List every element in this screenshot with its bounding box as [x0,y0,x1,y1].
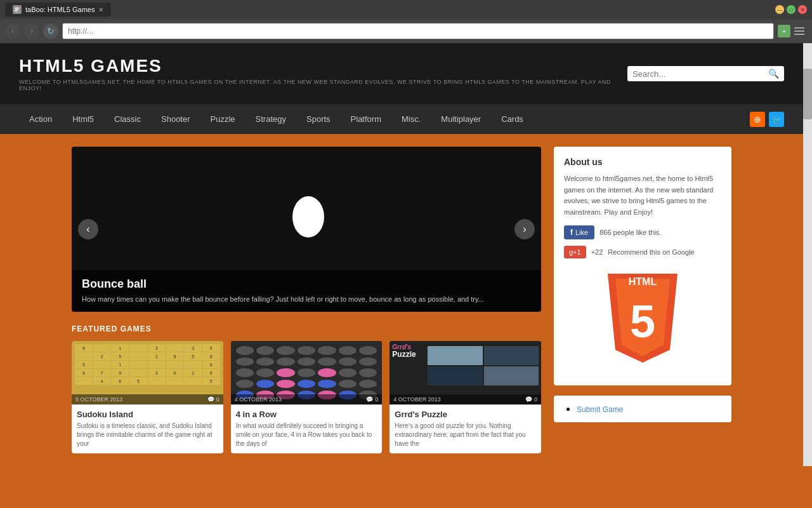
restore-button[interactable]: □ [787,5,796,14]
game-date-4row: 4 OCTOBER 2013 [235,396,282,403]
game-desc-sudoku: Sudoku is a timeless classic, and Sudoku… [77,422,218,448]
submit-game-link[interactable]: Submit Game [577,405,623,414]
facebook-icon: f [570,228,573,237]
nav-item-multiplayer[interactable]: Multiplayer [431,104,491,134]
scrollbar-thumb[interactable] [803,69,812,119]
games-grid: // Render sudoku grid placeholder 8 1 3 [72,341,541,453]
ball-game-visual [292,196,324,237]
extension-icon[interactable]: + [778,25,790,37]
game-thumb-sudoku: // Render sudoku grid placeholder 8 1 3 [72,341,223,404]
nav-item-sports[interactable]: Sports [296,104,341,134]
header-branding: HTML5 GAMES WELCOME TO HTML5GAMES.NET, T… [19,56,627,91]
nav-item-strategy[interactable]: Strategy [246,104,296,134]
site-header: HTML5 GAMES WELCOME TO HTML5GAMES.NET, T… [0,43,803,104]
game-info-4row: 4 in a Row In what would definitely succ… [231,404,383,453]
game-desc-puzzle: Here's a good old puzzle for you. Nothin… [395,422,536,448]
search-button[interactable]: 🔍 [768,69,779,79]
game-name-puzzle: Grrd's Puzzle [395,410,536,419]
slider-title: Bounce ball [82,277,531,291]
game-name-4row: 4 in a Row [236,410,377,419]
refresh-button[interactable]: ↻ [43,23,58,39]
facebook-like-box: f Like 866 people like this. [564,225,721,239]
tab-favicon: 🎲 [13,5,22,14]
slider-description: How many times can you make the ball bou… [82,295,531,304]
game-card-puzzle[interactable]: Grrd's Puzzle 4 OCTOBER 2013 [390,341,541,453]
browser-toolbar: ‹ › ↻ + [0,19,812,43]
forward-button[interactable]: › [24,23,39,39]
game-comments-puzzle: 💬 0 [525,396,537,403]
main-content: ‹ › Bounce ball How many times can you m… [53,134,750,466]
game-name-sudoku: Sudoku Island [77,410,218,419]
sidebar: About us Welcome to html5games.net, the … [554,147,731,453]
content-left: ‹ › Bounce ball How many times can you m… [72,147,541,453]
game-comments-sudoku: 💬 0 [207,396,219,403]
game-info-puzzle: Grrd's Puzzle Here's a good old puzzle f… [390,404,541,453]
site-title: HTML5 GAMES [19,56,627,76]
game-info-sudoku: Sudoku Island Sudoku is a timeless class… [72,404,223,453]
gplus-text: Recommend this on Google [608,248,694,256]
browser-menu-button[interactable] [794,25,807,37]
game-meta-puzzle: 4 OCTOBER 2013 💬 0 [390,394,541,404]
window-controls: — □ ✕ [775,5,807,14]
svg-text:HTML: HTML [629,276,657,287]
nav-item-cards[interactable]: Cards [491,104,534,134]
html5-shield: HTML 5 [601,274,684,369]
game-card-4row[interactable]: 4 OCTOBER 2013 💬 0 4 in a Row In what wo… [231,341,383,453]
rss-icon[interactable]: ⊕ [750,112,765,127]
nav-social-icons: ⊕ 🐦 [750,112,784,127]
site-navigation: Action Html5 Classic Shooter Puzzle Stra… [0,104,803,134]
game-thumb-puzzle: Grrd's Puzzle 4 OCTOBER 2013 [390,341,541,404]
active-tab[interactable]: 🎲 taBoo: HTML5 Games ✕ [5,3,111,17]
facebook-count: 866 people like this. [599,229,661,236]
nav-item-misc[interactable]: Misc. [391,104,431,134]
scrollbar[interactable] [803,43,812,466]
svg-text:5: 5 [630,296,655,347]
gplus-button[interactable]: g+1 [564,246,586,258]
nav-item-classic[interactable]: Classic [104,104,151,134]
twitter-icon[interactable]: 🐦 [769,112,784,127]
about-title: About us [564,157,721,167]
nav-item-shooter[interactable]: Shooter [151,104,200,134]
submit-list: Submit Game [564,403,721,415]
tab-close-button[interactable]: ✕ [98,6,103,13]
gplus-box: g+1 +22 Recommend this on Google [564,246,721,258]
game-desc-4row: In what would definitely succeed in brin… [236,422,377,448]
submit-box: Submit Game [554,396,731,422]
nav-item-platform[interactable]: Platform [341,104,391,134]
nav-item-puzzle[interactable]: Puzzle [200,104,246,134]
minimize-button[interactable]: — [775,5,784,14]
game-date-puzzle: 4 OCTOBER 2013 [393,396,440,403]
slider-caption: Bounce ball How many times can you make … [72,270,541,312]
search-input[interactable] [632,69,768,79]
site-wrapper: HTML5 GAMES WELCOME TO HTML5GAMES.NET, T… [0,43,803,466]
about-box: About us Welcome to html5games.net, the … [554,147,731,385]
browser-titlebar: 🎲 taBoo: HTML5 Games ✕ — □ ✕ [0,0,812,19]
site-tagline: WELCOME TO HTML5GAMES.NET, THE HOME TO H… [19,79,627,91]
game-meta-sudoku: 5 OCTOBER 2013 💬 0 [72,394,223,404]
page-wrapper: HTML5 GAMES WELCOME TO HTML5GAMES.NET, T… [0,43,812,466]
facebook-like-button[interactable]: f Like [564,225,594,239]
game-thumb-4row: 4 OCTOBER 2013 💬 0 [231,341,383,404]
game-card-sudoku[interactable]: // Render sudoku grid placeholder 8 1 3 [72,341,223,453]
close-button[interactable]: ✕ [798,5,807,14]
slider-next-button[interactable]: › [514,219,535,239]
html5-logo: HTML 5 [564,267,721,375]
game-date-sudoku: 5 OCTOBER 2013 [75,396,122,403]
search-box: 🔍 [627,66,784,81]
address-bar[interactable] [62,23,774,39]
about-text: Welcome to html5games.net, the home to H… [564,173,721,218]
tab-title: taBoo: HTML5 Games [25,6,95,13]
nav-item-action[interactable]: Action [19,104,62,134]
featured-section-title: FEATURED GAMES [72,324,541,333]
back-button[interactable]: ‹ [5,23,20,39]
slider-prev-button[interactable]: ‹ [78,219,98,239]
featured-slider: ‹ › Bounce ball How many times can you m… [72,147,541,312]
gplus-count: +22 [591,248,603,256]
game-meta-4row: 4 OCTOBER 2013 💬 0 [231,394,383,404]
game-comments-4row: 💬 0 [366,396,378,403]
browser-chrome: 🎲 taBoo: HTML5 Games ✕ — □ ✕ ‹ › ↻ + [0,0,812,43]
html5-shield-svg: HTML 5 [601,274,684,369]
nav-item-html5[interactable]: Html5 [62,104,104,134]
